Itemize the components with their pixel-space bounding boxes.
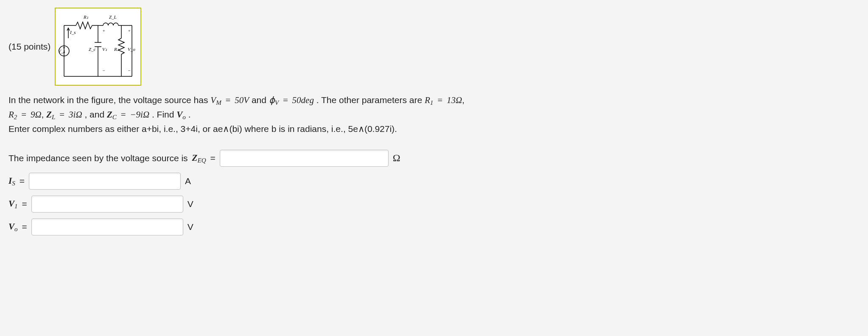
svg-text:+: + [102,28,105,33]
svg-text:−: − [128,68,131,73]
is-row: IS = A [8,173,860,190]
vo-unit: V [188,222,193,232]
var-r2: R2 [8,109,17,120]
vo-row: Vo = V [8,218,860,235]
vo-input[interactable] [31,218,183,235]
equals: = [22,199,27,209]
header-row: (15 points) [8,8,860,86]
zeq-input[interactable] [220,150,389,167]
val-r2: 9Ω [31,109,42,120]
var-zeq: ZEQ [192,153,206,164]
val-r1: 13Ω [447,95,462,105]
var-vm: VM [210,95,221,105]
text-period: . [188,109,191,119]
question-container: (15 points) [0,0,868,252]
svg-text:Z_L: Z_L [109,14,117,20]
text-find: . Find [152,109,176,119]
v1-unit: V [188,199,193,209]
eq-sign: = [119,109,128,120]
val-vm: 50V [235,95,249,105]
var-zc: ZC [107,109,117,120]
is-unit: A [185,176,191,186]
svg-text:R₂: R₂ [114,47,119,52]
svg-text:R₁: R₁ [83,14,88,20]
var-phi: ϕV [269,95,279,105]
svg-text:−: − [102,68,105,73]
zeq-unit: Ω [393,152,400,164]
val-zc: −9iΩ [130,109,149,120]
var-r1: R1 [425,95,433,105]
var-vo: Vo [176,109,186,120]
zeq-row: The impedance seen by the voltage source… [8,150,860,167]
text-lead: In the network in the figure, the voltag… [8,95,210,105]
eq-sign: = [281,95,290,105]
eq-sign: = [20,109,28,120]
text-and1: and [252,95,269,105]
equals: = [20,176,25,186]
is-input[interactable] [29,173,181,190]
svg-text:V_s: V_s [58,48,65,53]
v1-row: V1 = V [8,196,860,213]
svg-text:+: + [128,28,131,33]
eq-sign: = [58,109,66,120]
svg-text:V_o: V_o [128,47,135,52]
text-and2: , and [84,109,107,119]
zeq-prompt: The impedance seen by the voltage source… [8,153,188,163]
var-zl: ZL [46,109,55,120]
var-v1: V1 [8,199,18,210]
svg-text:I_s: I_s [70,30,76,35]
comma: , [42,109,47,119]
svg-text:Z_c: Z_c [89,47,96,52]
equals: = [22,222,27,232]
var-is: IS [8,176,15,187]
eq-sign: = [224,95,232,105]
equals: = [210,153,216,163]
problem-text: In the network in the figure, the voltag… [8,93,860,136]
eq-sign: = [436,95,444,105]
var-vo-ans: Vo [8,221,18,233]
val-zl: 3iΩ [69,109,82,120]
hint-text: Enter complex numbers as either a+bi, i.… [8,124,397,134]
circuit-figure: + − R₁ Z_L V_s I_s Z_c V₁ R₂ V_o + − + − [55,8,141,86]
circuit-svg: + − R₁ Z_L V_s I_s Z_c V₁ R₂ V_o + − + − [56,8,140,85]
val-phi: 50deg [292,95,314,105]
comma: , [462,95,465,105]
svg-text:V₁: V₁ [102,47,107,52]
text-other: . The other parameters are [316,95,425,105]
v1-input[interactable] [31,196,183,213]
points-label: (15 points) [8,42,50,52]
